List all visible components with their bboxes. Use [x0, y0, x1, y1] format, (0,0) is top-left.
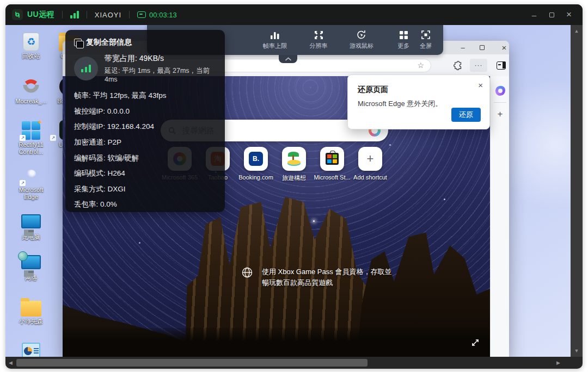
divider	[62, 11, 63, 18]
scroll-left-icon[interactable]: ◀	[9, 357, 13, 369]
minimize-button[interactable]: –	[527, 9, 541, 21]
favorites-star-icon[interactable]: ☆	[417, 61, 424, 70]
desktop-icon-this-pc[interactable]: 此电脑	[14, 209, 48, 241]
uu-remote-window: UU远程 XIAOYI 00:03:13 – × ♻ 回收站	[5, 4, 583, 369]
scroll-down-icon[interactable]: ▼	[571, 348, 583, 354]
globe-icon	[241, 266, 253, 278]
stat-controlled-ip: 被控端IP: 0.0.0.0	[74, 104, 216, 120]
plus-icon: +	[367, 152, 374, 166]
add-shortcut-button[interactable]: +	[358, 147, 382, 171]
titlebar: UU远程 XIAOYI 00:03:13 – ×	[5, 4, 583, 25]
microsoft-store-icon	[326, 153, 339, 165]
expand-wallpaper-icon[interactable]	[471, 338, 480, 347]
stat-packet-loss: 丢包率: 0.0%	[74, 197, 216, 213]
toolbar-resolution[interactable]: 分辨率	[301, 29, 336, 50]
resize-arrows-icon	[301, 29, 336, 41]
latency-stat: 延迟: 平均 1ms，最高 27ms，当前 4ms	[105, 66, 216, 83]
copy-icon	[74, 39, 82, 46]
scroll-right-icon[interactable]: ▶	[556, 357, 560, 369]
folder-icon	[14, 294, 48, 317]
toolbar-game-mouse[interactable]: 游戏鼠标	[344, 29, 379, 50]
remote-desktop-viewport: ♻ 回收站 Mocreak_... ✦ ↗ Rectify11 Control.…	[5, 25, 583, 369]
chart-tool-icon	[14, 336, 48, 359]
divider	[87, 11, 87, 18]
island-icon	[287, 152, 301, 166]
connection-signal-icon[interactable]	[70, 11, 79, 18]
sparkle-icon: ✦	[37, 119, 42, 126]
restore-button[interactable]: 还原	[451, 108, 481, 122]
popup-close-icon[interactable]: ×	[478, 80, 483, 90]
horizontal-scrollbar[interactable]: ◀ ▶	[5, 357, 583, 369]
stat-capture: 采集方式: DXGI	[74, 182, 216, 197]
shortcut-arrow-icon: ↗	[50, 135, 56, 141]
copilot-icon[interactable]	[491, 86, 510, 96]
restore-pages-popup: 还原页面 × Microsoft Edge 意外关闭。 还原	[347, 75, 490, 129]
toolbar-framerate-limit[interactable]: 帧率上限	[258, 29, 292, 50]
desktop-icon-mocreak[interactable]: Mocreak_...	[14, 73, 48, 105]
session-timer: 00:03:13	[137, 11, 177, 19]
bar-chart-icon	[258, 29, 292, 41]
divider	[129, 11, 130, 18]
shortcut-arrow-icon: ↗	[20, 180, 26, 186]
settings-menu-icon[interactable]: ···	[470, 59, 487, 72]
app-title: UU远程	[27, 10, 54, 20]
stat-encode-mode: 编码模式: H264	[74, 166, 216, 182]
shortcut-travel-ideas[interactable]	[282, 147, 306, 171]
vertical-scrollbar[interactable]: ▲ ▼	[571, 25, 583, 357]
close-button[interactable]: ×	[562, 9, 576, 21]
duration-icon	[137, 11, 146, 18]
edge-close-button[interactable]: ×	[497, 42, 512, 53]
recycle-bin-icon: ♻	[23, 33, 39, 51]
chevron-up-icon	[285, 57, 291, 61]
toolbar-collapse-tab[interactable]	[279, 55, 297, 63]
mouse-rotate-icon	[344, 29, 379, 41]
fullscreen-icon	[410, 29, 442, 41]
shortcut-booking[interactable]: B.	[244, 147, 268, 171]
banner-line2: 暢玩數百款高品質遊戲	[262, 277, 391, 288]
this-pc-icon	[14, 209, 48, 232]
desktop-icon-rectify11[interactable]: ✦ ↗ Rectify11 Control...	[14, 117, 48, 156]
xbox-gamepass-banner[interactable]: 使用 Xbox Game Pass 會員資格，存取並 暢玩數百款高品質遊戲	[241, 266, 391, 288]
sidebar-add-button[interactable]: +	[491, 109, 510, 120]
shortcut-arrow-icon: ↗	[20, 135, 26, 141]
edge-sidebar: +	[490, 76, 509, 358]
divider	[494, 102, 506, 103]
uu-logo-icon	[12, 9, 23, 20]
edge-minimize-button[interactable]: –	[455, 42, 470, 53]
rectify11-icon: ✦ ↗	[14, 117, 48, 140]
remote-device-name: XIAOYI	[95, 11, 121, 19]
extensions-icon[interactable]	[451, 59, 465, 72]
maximize-button[interactable]	[544, 9, 559, 21]
desktop-icon-recycle-bin[interactable]: ♻ 回收站	[14, 28, 48, 60]
ground	[63, 328, 490, 358]
toolbar-fullscreen[interactable]: 全屏	[410, 29, 442, 50]
signal-badge-icon	[74, 57, 98, 80]
bandwidth-stat: 带宽占用: 49KB/s	[105, 54, 216, 64]
stat-channel: 加密通道: P2P	[74, 135, 216, 151]
desktop-icon-system-tool[interactable]	[14, 336, 48, 359]
edge-maximize-button[interactable]	[474, 42, 489, 53]
edge-icon: ↗	[14, 162, 48, 185]
connection-stats-panel: 复制全部信息 带宽占用: 49KB/s 延迟: 平均 1ms，最高 27ms，当…	[65, 30, 225, 212]
desktop-icon-edge[interactable]: ↗ Microsoft Edge	[14, 162, 48, 201]
booking-icon: B.	[249, 152, 263, 166]
popup-title: 还原页面	[358, 85, 388, 95]
stars	[313, 220, 315, 222]
session-time: 00:03:13	[149, 11, 177, 19]
banner-line1: 使用 Xbox Game Pass 會員資格，存取並	[262, 266, 391, 277]
stat-framerate: 帧率: 平均 12fps, 最高 43fps	[74, 88, 216, 104]
copilot-sidebar-toggle-icon[interactable]	[494, 59, 508, 72]
mocreak-icon	[14, 73, 48, 96]
stat-controller-ip: 控制端IP: 192.168.4.204	[74, 119, 216, 135]
stat-codec: 编解码器: 软编/硬解	[74, 150, 216, 166]
network-icon	[14, 250, 48, 273]
scroll-up-icon[interactable]: ▲	[571, 28, 583, 34]
shortcut-microsoft-store[interactable]	[320, 147, 344, 171]
desktop-icon-folder-user[interactable]: 小琤先森	[14, 294, 48, 325]
desktop-icon-network[interactable]: 网络	[14, 250, 48, 282]
horizontal-scroll-thumb[interactable]	[16, 359, 367, 367]
copy-all-info-button[interactable]: 复制全部信息	[74, 38, 216, 47]
popup-message: Microsoft Edge 意外关闭。	[358, 99, 442, 109]
